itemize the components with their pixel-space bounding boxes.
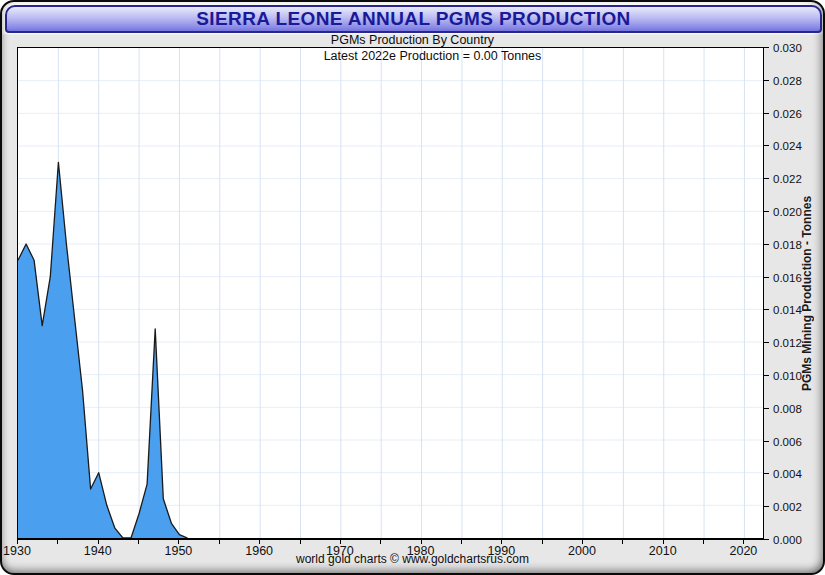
y-axis-tick <box>764 342 769 343</box>
y-axis-tick <box>764 277 769 278</box>
y-axis-tick <box>764 309 769 310</box>
y-axis-tick <box>764 178 769 179</box>
y-axis-tick <box>764 473 769 474</box>
x-axis-tick <box>622 540 623 544</box>
y-axis-tick <box>764 408 769 409</box>
y-axis-tick <box>764 375 769 376</box>
x-axis-tick <box>461 540 462 544</box>
y-axis-tick <box>764 244 769 245</box>
title-bar: SIERRA LEONE ANNUAL PGMS PRODUCTION <box>5 5 822 33</box>
y-axis-tick <box>764 441 769 442</box>
x-axis-tick <box>300 540 301 544</box>
x-axis-tick <box>57 540 58 544</box>
x-axis-tick <box>219 540 220 544</box>
chart-window-frame: SIERRA LEONE ANNUAL PGMS PRODUCTION PGMs… <box>0 0 825 575</box>
x-axis-tick <box>138 540 139 544</box>
y-axis-tick <box>764 211 769 212</box>
y-axis-tick <box>764 80 769 81</box>
x-axis-tick <box>380 540 381 544</box>
chart-subtitle: PGMs Production By Country <box>2 33 823 47</box>
y-axis-title: PGMs Mining Production - Tonnes <box>797 47 817 540</box>
y-axis-tick <box>764 47 769 48</box>
y-axis-tick <box>764 539 769 540</box>
y-axis-tick <box>764 145 769 146</box>
chart-title: SIERRA LEONE ANNUAL PGMS PRODUCTION <box>196 8 631 30</box>
area-chart-svg <box>18 48 763 538</box>
plot-area <box>17 47 764 540</box>
latest-production-annotation: Latest 2022e Production = 0.00 Tonnes <box>17 49 764 63</box>
credit-text: world gold charts © www.goldchartsrus.co… <box>2 552 823 566</box>
y-axis-tick <box>764 113 769 114</box>
x-axis-tick <box>703 540 704 544</box>
y-axis-tick <box>764 506 769 507</box>
x-axis-tick <box>542 540 543 544</box>
